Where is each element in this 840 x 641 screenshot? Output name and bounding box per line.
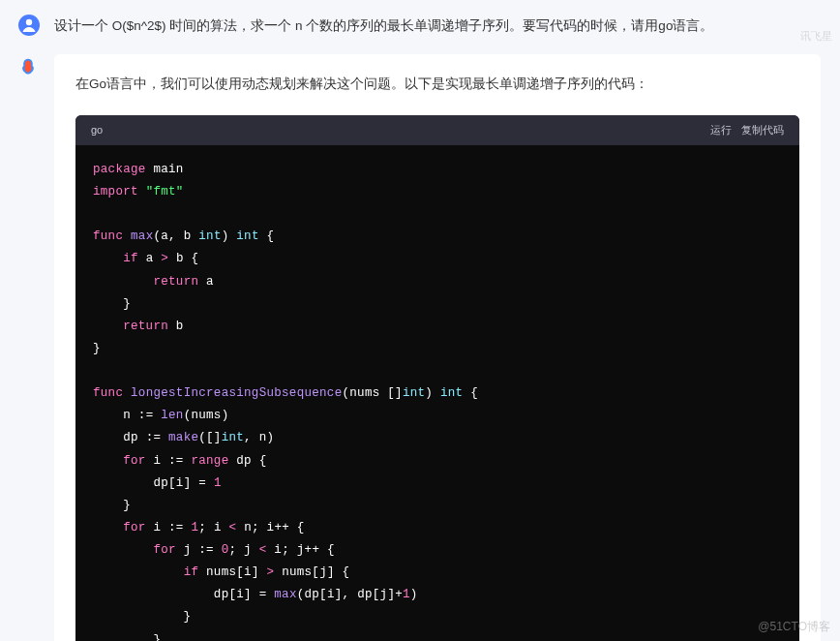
bot-avatar-icon bbox=[17, 56, 41, 79]
brand-watermark: 讯飞星 bbox=[800, 29, 832, 44]
run-button[interactable]: 运行 bbox=[710, 123, 732, 137]
answer-row: 在Go语言中，我们可以使用动态规划来解决这个问题。以下是实现最长单调递增子序列的… bbox=[0, 54, 840, 641]
code-actions: 运行 复制代码 bbox=[710, 123, 784, 137]
user-avatar-icon bbox=[17, 14, 41, 37]
code-content[interactable]: package main import "fmt" func max(a, b … bbox=[75, 145, 799, 641]
svg-point-1 bbox=[26, 19, 32, 25]
bottom-watermark: @51CTO博客 bbox=[758, 619, 830, 635]
answer-body: 在Go语言中，我们可以使用动态规划来解决这个问题。以下是实现最长单调递增子序列的… bbox=[54, 54, 821, 641]
copy-code-button[interactable]: 复制代码 bbox=[741, 123, 784, 137]
code-language-label: go bbox=[91, 124, 103, 136]
answer-intro: 在Go语言中，我们可以使用动态规划来解决这个问题。以下是实现最长单调递增子序列的… bbox=[75, 74, 799, 96]
prompt-text: 设计一个 O($n^2$) 时间的算法，求一个 n 个数的序列的最长单调递增子序… bbox=[54, 14, 713, 37]
prompt-row: 设计一个 O($n^2$) 时间的算法，求一个 n 个数的序列的最长单调递增子序… bbox=[0, 0, 840, 54]
code-header: go 运行 复制代码 bbox=[75, 115, 799, 145]
code-block: go 运行 复制代码 package main import "fmt" fun… bbox=[75, 115, 799, 641]
